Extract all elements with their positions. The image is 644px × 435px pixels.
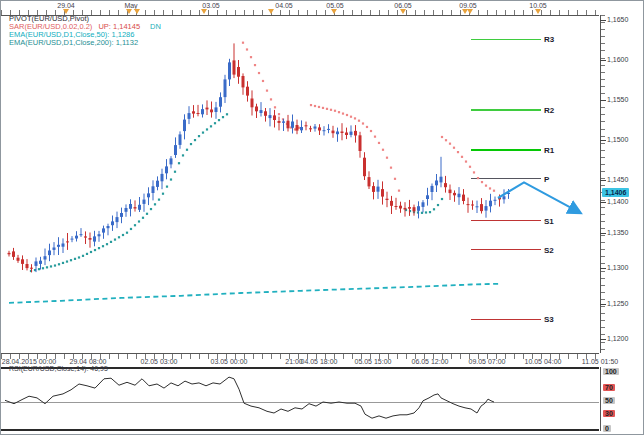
pivot-levels: R3R2R1PS1S2S3 bbox=[471, 35, 555, 324]
price-axis-label: 1,1250 bbox=[607, 300, 628, 307]
price-axis-major-tick bbox=[600, 60, 606, 61]
price-axis-major-tick bbox=[600, 100, 606, 101]
pivot-label-s1: S1 bbox=[544, 217, 554, 226]
legend-sar-dn: DN bbox=[150, 22, 161, 31]
legend-ema200: EMA(EUR/USD,D1,Close,200): 1,1132 bbox=[9, 39, 161, 47]
pivot-label-s2: S2 bbox=[544, 246, 554, 255]
date-axis-label: 11.05 01:50 bbox=[565, 358, 635, 365]
ema-dashed-line bbox=[9, 284, 501, 303]
price-axis-major-tick bbox=[600, 304, 606, 305]
price-axis-label: 1,1650 bbox=[607, 16, 628, 23]
pivot-label-r1: R1 bbox=[544, 146, 555, 155]
price-axis-major-tick bbox=[600, 140, 606, 141]
price-axis-label: 1,1450 bbox=[607, 176, 628, 183]
trading-chart-window: 29.04May03.0504.0505.0506.0509.0510.05 R… bbox=[0, 0, 644, 435]
price-axis-major-tick bbox=[600, 202, 606, 203]
price-axis-label: 1,1300 bbox=[607, 264, 628, 271]
price-axis-line bbox=[600, 15, 605, 353]
price-chart-surface[interactable]: R3R2R1PS1S2S3 PIVOT(EUR/USD,Pivot) SAR(E… bbox=[1, 1, 599, 353]
rsi-axis[interactable]: 1007050300 bbox=[599, 367, 644, 431]
date-axis-label: 02.05 03:00 bbox=[124, 358, 194, 365]
price-axis-label: 1,1350 bbox=[607, 229, 628, 236]
price-axis-label: 1,1550 bbox=[607, 96, 628, 103]
price-axis-major-tick bbox=[600, 233, 606, 234]
pivot-label-r3: R3 bbox=[544, 35, 555, 44]
rsi-level-badge: 30 bbox=[603, 410, 615, 417]
price-axis-label: 1,1500 bbox=[607, 136, 628, 143]
rsi-indicator-label: RSI(EUR/USD,Close,14): 46,95 bbox=[9, 365, 108, 372]
rsi-level-badge: 0 bbox=[603, 425, 611, 432]
date-axis-label: 29.04 08:00 bbox=[53, 358, 123, 365]
price-axis-major-tick bbox=[600, 20, 606, 21]
pivot-label-p: P bbox=[544, 175, 550, 184]
pivot-label-r2: R2 bbox=[544, 106, 555, 115]
date-axis-label: 03.05 00:00 bbox=[194, 358, 264, 365]
pivot-label-s3: S3 bbox=[544, 315, 554, 324]
price-axis-major-tick bbox=[600, 268, 606, 269]
price-axis-label: 1,1400 bbox=[607, 198, 628, 205]
candlestick-chart[interactable]: R3R2R1PS1S2S3 bbox=[1, 1, 599, 353]
price-axis-major-tick bbox=[600, 180, 606, 181]
price-axis[interactable]: 1,1406 1,16501,16001,15501,15001,14501,1… bbox=[599, 1, 644, 353]
rsi-level-badge: 100 bbox=[603, 368, 619, 375]
forecast-arrow bbox=[498, 182, 579, 212]
current-price-badge: 1,1406 bbox=[602, 188, 629, 197]
price-axis-label: 1,1600 bbox=[607, 56, 628, 63]
rsi-panel-surface[interactable]: RSI(EUR/USD,Close,14): 46,95 bbox=[1, 367, 599, 431]
rsi-level-badge: 70 bbox=[603, 384, 615, 391]
rsi-level-badge: 50 bbox=[603, 397, 615, 404]
parabolic-sar-dots bbox=[30, 42, 495, 272]
rsi-chart[interactable] bbox=[1, 369, 599, 429]
indicator-legend: PIVOT(EUR/USD,Pivot) SAR(EUR/USD,0.02,0.… bbox=[9, 15, 161, 47]
price-axis-label: 1,1200 bbox=[607, 335, 628, 342]
price-axis-major-tick bbox=[600, 339, 606, 340]
candles bbox=[8, 43, 511, 272]
